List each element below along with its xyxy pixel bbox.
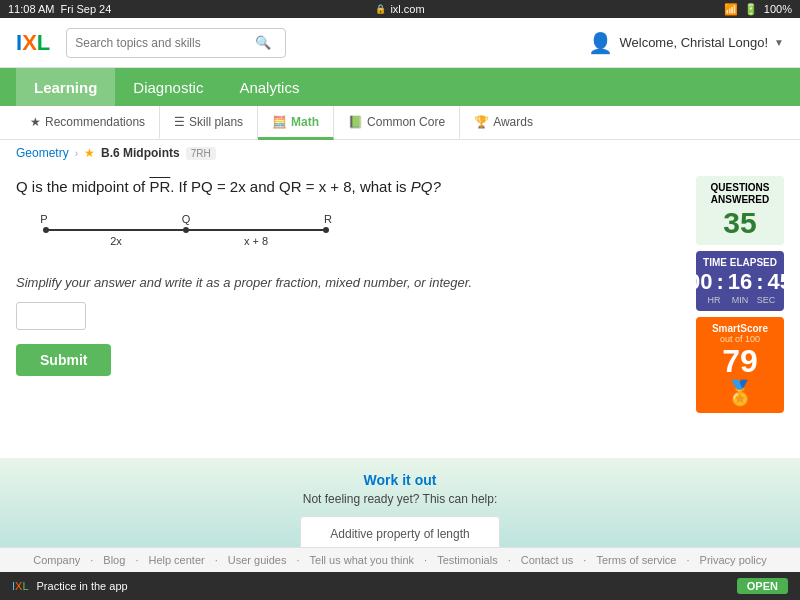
svg-point-3 [323,227,329,233]
sub-nav-common-core[interactable]: 📗 Common Core [334,106,460,140]
time-display: 00 : 16 : 45 [700,269,780,295]
breadcrumb-parent-link[interactable]: Geometry [16,146,69,160]
list-icon: ☰ [174,115,185,129]
logo[interactable]: IXL [16,30,50,56]
question-text: Q is the midpoint of PR. If PQ = 2x and … [16,176,680,199]
footer-company[interactable]: Company [33,554,80,566]
questions-answered-box: Questions answered 35 [696,176,784,245]
search-bar[interactable]: 🔍 [66,28,286,58]
footer-user-guides[interactable]: User guides [228,554,287,566]
footer-blog[interactable]: Blog [103,554,125,566]
svg-point-1 [43,227,49,233]
content-wrapper: Geometry › ★ B.6 Midpoints 7RH Q is the … [0,140,800,600]
app-bar-left: IXL Practice in the app [12,580,128,592]
breadcrumb-arrow-icon: › [75,148,78,159]
time-unit-labels: HR MIN SEC [700,295,780,305]
search-icon[interactable]: 🔍 [255,35,271,50]
header: IXL 🔍 👤 Welcome, Christal Longo! ▼ [0,18,800,68]
breadcrumb-star-icon: ★ [84,146,95,160]
dropdown-arrow-icon[interactable]: ▼ [774,37,784,48]
sub-nav-math[interactable]: 🧮 Math [258,106,334,140]
book-icon: 📗 [348,115,363,129]
user-name: Welcome, Christal Longo! [619,35,768,50]
svg-text:x + 8: x + 8 [244,235,268,247]
app-bar-label: Practice in the app [37,580,128,592]
time-label: Time elapsed [700,257,780,269]
instruction-text: Simplify your answer and write it as a p… [16,275,680,290]
footer-privacy[interactable]: Privacy policy [700,554,767,566]
breadcrumb: Geometry › ★ B.6 Midpoints 7RH [0,140,800,166]
nav-item-diagnostic[interactable]: Diagnostic [115,68,221,106]
svg-text:Q: Q [182,215,191,225]
stats-sidebar: Questions answered 35 Time elapsed 00 : … [696,176,784,413]
footer-testimonials[interactable]: Testimonials [437,554,498,566]
svg-point-2 [183,227,189,233]
work-it-out-title: Work it out [16,472,784,488]
status-right: 📶 🔋 100% [724,3,792,16]
smart-score-label: SmartScore [700,323,780,334]
midpoint-svg: P Q R 2x x + 8 [36,215,336,255]
status-url: 🔒 ixl.com [375,3,424,15]
footer-contact[interactable]: Contact us [521,554,574,566]
smart-score-box: SmartScore out of 100 79 🏅 [696,317,784,413]
battery-icon: 🔋 [744,3,758,16]
time-sec: 45 [768,269,792,295]
sub-nav: ★ Recommendations ☰ Skill plans 🧮 Math 📗… [0,106,800,140]
sub-nav-skill-plans[interactable]: ☰ Skill plans [160,106,258,140]
sub-nav-recommendations[interactable]: ★ Recommendations [16,106,160,140]
trophy-icon: 🏆 [474,115,489,129]
user-avatar-icon: 👤 [588,31,613,55]
sub-nav-awards[interactable]: 🏆 Awards [460,106,547,140]
question-area: Q is the midpoint of PR. If PQ = 2x and … [16,176,680,413]
calculator-icon: 🧮 [272,115,287,129]
lock-icon: 🔒 [375,4,386,14]
svg-text:2x: 2x [110,235,122,247]
questions-label: Questions answered [700,182,780,206]
footer-help-center[interactable]: Help center [148,554,204,566]
footer-feedback[interactable]: Tell us what you think [310,554,415,566]
main-content: Q is the midpoint of PR. If PQ = 2x and … [0,166,800,423]
work-it-out-subtitle: Not feeling ready yet? This can help: [16,492,784,506]
wifi-icon: 📶 [724,3,738,16]
footer: Company· Blog· Help center· User guides·… [0,547,800,572]
nav-item-learning[interactable]: Learning [16,68,115,106]
star-icon: ★ [30,115,41,129]
app-bar: IXL Practice in the app OPEN [0,572,800,600]
nav-item-analytics[interactable]: Analytics [221,68,317,106]
status-bar: 11:08 AM Fri Sep 24 🔒 ixl.com 📶 🔋 100% [0,0,800,18]
medal-icon: 🏅 [700,379,780,407]
time-elapsed-box: Time elapsed 00 : 16 : 45 HR MIN SEC [696,251,784,311]
app-bar-open-button[interactable]: OPEN [737,578,788,594]
smart-score-value: 79 [700,344,780,379]
search-input[interactable] [75,36,255,50]
breadcrumb-current: B.6 Midpoints [101,146,180,160]
header-right: 👤 Welcome, Christal Longo! ▼ [588,31,784,55]
svg-text:P: P [40,215,47,225]
line-diagram: P Q R 2x x + 8 [36,215,336,255]
status-time: 11:08 AM Fri Sep 24 [8,3,111,15]
time-hr: 00 [688,269,712,295]
answer-input[interactable] [16,302,86,330]
submit-button[interactable]: Submit [16,344,111,376]
questions-count: 35 [700,206,780,239]
svg-text:R: R [324,215,332,225]
footer-terms[interactable]: Terms of service [596,554,676,566]
app-bar-logo: IXL [12,580,29,592]
breadcrumb-badge: 7RH [186,147,216,160]
overline-pr: PR [149,178,170,195]
nav-bar: Learning Diagnostic Analytics [0,68,800,106]
time-min: 16 [728,269,752,295]
